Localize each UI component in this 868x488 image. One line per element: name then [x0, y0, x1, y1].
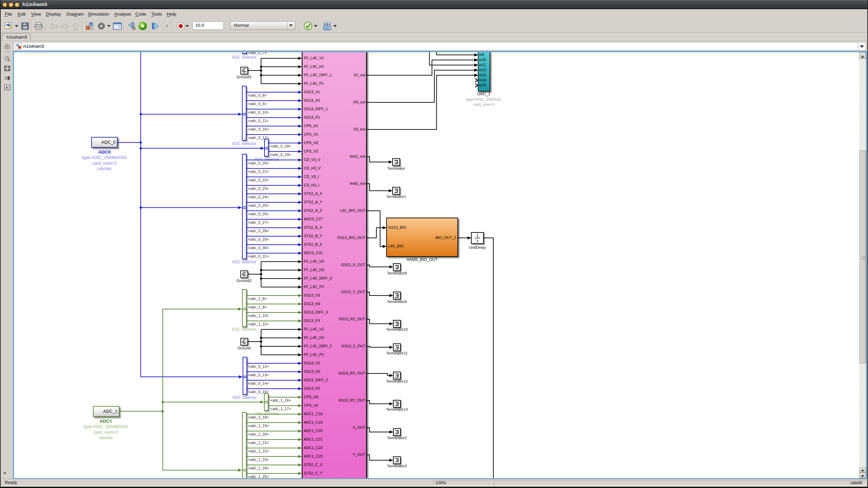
svg-text:CD_H3_V: CD_H3_V: [304, 166, 321, 170]
svg-text:CD_H3_I: CD_H3_I: [304, 183, 319, 187]
svg-text:Terminator3: Terminator3: [387, 464, 407, 468]
svg-text:ADC Selector: ADC Selector: [232, 260, 257, 264]
svg-text:<adc_0_30>: <adc_0_30>: [248, 246, 269, 250]
svg-text:<adc_0_8>: <adc_0_8>: [248, 93, 267, 97]
svg-text:GS13_RZ_OUT: GS13_RZ_OUT: [339, 317, 366, 321]
svg-text:<adc_0_10>: <adc_0_10>: [248, 110, 269, 114]
svg-text:<adc_0_22>: <adc_0_22>: [248, 178, 269, 182]
svg-text:<adc_0_23>: <adc_0_23>: [248, 186, 269, 190]
svg-text:CPS_V2: CPS_V2: [304, 149, 318, 153]
svg-text:In15: In15: [479, 83, 486, 87]
svg-text:<adc_1_24>: <adc_1_24>: [248, 466, 269, 470]
svg-text:ADC1_C18: ADC1_C18: [304, 412, 323, 416]
svg-text:H3_out: H3_out: [353, 100, 365, 104]
svg-text:GS13_DIFF_1: GS13_DIFF_1: [304, 107, 328, 111]
svg-text:card_num=1: card_num=1: [473, 102, 495, 106]
svg-text:FF_L4C_H2: FF_L4C_H2: [304, 336, 324, 340]
svg-text:HAM5_BIO_OUT: HAM5_BIO_OUT: [407, 257, 438, 262]
svg-text:GS13_DIFF_3: GS13_DIFF_3: [304, 310, 328, 314]
svg-text:Terminator8: Terminator8: [387, 271, 407, 275]
svg-text:z: z: [476, 239, 478, 243]
svg-text:ADC Selector: ADC Selector: [232, 141, 257, 146]
svg-text:CPS_V3: CPS_V3: [304, 403, 318, 407]
svg-text:GS13_P2: GS13_P2: [304, 386, 320, 390]
svg-text:ADC0: ADC0: [98, 149, 111, 155]
svg-text:ADC0_C31: ADC0_C31: [304, 251, 323, 255]
svg-text:ADC1_C20: ADC1_C20: [304, 429, 323, 433]
svg-text:card_num=3: card_num=3: [94, 430, 118, 435]
svg-text:ADC_1: ADC_1: [103, 409, 117, 414]
svg-text:FF_L4C_V2: FF_L4C_V2: [304, 327, 324, 331]
svg-text:<adc_1_10>: <adc_1_10>: [248, 313, 269, 318]
svg-text:V3_out: V3_out: [353, 127, 365, 131]
svg-text:BIO_OUT_2: BIO_OUT_2: [435, 236, 456, 240]
svg-text:Ground1: Ground1: [237, 75, 252, 79]
svg-text:ADC_0: ADC_0: [101, 140, 116, 145]
svg-text:<adc_0_24>: <adc_0_24>: [248, 195, 269, 199]
svg-text:<adc_0_25>: <adc_0_25>: [248, 203, 269, 207]
svg-text:GS13_V3: GS13_V3: [304, 293, 320, 297]
svg-text:GS13_RY_OUT: GS13_RY_OUT: [338, 398, 365, 402]
svg-text:Ground: Ground: [238, 346, 251, 350]
svg-text:<adc_0_29>: <adc_0_29>: [248, 237, 269, 241]
svg-text:X_OUT: X_OUT: [353, 425, 365, 429]
svg-text:GS13_P1: GS13_P1: [304, 115, 320, 119]
svg-text:CD_V3_V: CD_V3_V: [304, 158, 321, 162]
svg-text:ADC Selector: ADC Selector: [232, 327, 257, 332]
svg-text:GS13_DIFF_2: GS13_DIFF_2: [304, 378, 328, 382]
svg-text:ADC1: ADC1: [100, 419, 112, 424]
svg-text:FF_L4C_V3: FF_L4C_V3: [304, 259, 324, 263]
svg-text:In11: In11: [479, 63, 486, 67]
svg-text:ADC1_C22: ADC1_C22: [304, 446, 323, 450]
svg-text:1: 1: [476, 233, 479, 238]
svg-text:cdsAdc: cdsAdc: [97, 166, 112, 171]
svg-text:GS13_H1: GS13_H1: [304, 98, 320, 102]
svg-text:<adc_0_31>: <adc_0_31>: [248, 254, 269, 258]
svg-text:CD_V3_I: CD_V3_I: [304, 175, 319, 179]
svg-text:<adc_0_28>: <adc_0_28>: [248, 229, 269, 233]
svg-text:Terminator11: Terminator11: [386, 351, 408, 355]
svg-text:STS2_B_Z: STS2_B_Z: [304, 242, 322, 246]
svg-text:GS13_RX_OUT: GS13_RX_OUT: [338, 371, 365, 375]
svg-text:type-GSC_16AI64SSA: type-GSC_16AI64SSA: [82, 155, 127, 160]
svg-text:type=GSC_16AO16,: type=GSC_16AO16,: [466, 97, 501, 101]
svg-text:ADC1_C21: ADC1_C21: [304, 437, 323, 441]
svg-text:L4C_BIO_OUT: L4C_BIO_OUT: [340, 208, 365, 212]
svg-text:<adc_0_21>: <adc_0_21>: [248, 169, 269, 174]
svg-text:GS13_BIO: GS13_BIO: [388, 225, 407, 229]
svg-text:CPS_H2: CPS_H2: [304, 141, 318, 145]
svg-text:STS2_C_X: STS2_C_X: [304, 463, 323, 467]
svg-text:Terminator2: Terminator2: [387, 436, 407, 440]
svg-text:CPS_V1: CPS_V1: [304, 132, 318, 136]
svg-text:ADC1_C19: ADC1_C19: [304, 420, 323, 424]
svg-text:<adc_0_9>: <adc_0_9>: [248, 102, 267, 106]
svg-text:GS13_V1: GS13_V1: [304, 90, 320, 94]
svg-text:FF_L4C_P1: FF_L4C_P1: [304, 81, 324, 85]
svg-text:Terminator1: Terminator1: [386, 195, 406, 199]
svg-text:STS2_A_Y: STS2_A_Y: [304, 200, 322, 204]
svg-text:Y_OUT: Y_OUT: [353, 452, 365, 456]
svg-text:FF_L4C_V1: FF_L4C_V1: [304, 56, 324, 60]
svg-text:<adc_0_11>: <adc_0_11>: [248, 119, 269, 123]
svg-text:card_num=2: card_num=2: [92, 161, 117, 166]
svg-text:<adc_1_11>: <adc_1_11>: [248, 322, 269, 326]
svg-text:GS13_Z_OUT: GS13_Z_OUT: [341, 344, 366, 348]
svg-text:<adc_1_17>: <adc_1_17>: [270, 407, 291, 411]
svg-text:Ground2: Ground2: [237, 279, 252, 283]
svg-text:FF_L4C_H1: FF_L4C_H1: [304, 64, 324, 68]
svg-text:STS2_C_Y: STS2_C_Y: [304, 471, 323, 475]
svg-text:Terminator13: Terminator13: [386, 407, 408, 411]
svg-text:L4C_BIO: L4C_BIO: [388, 244, 404, 248]
svg-text:ADC1_C23: ADC1_C23: [304, 454, 323, 458]
svg-text:CPS_H3: CPS_H3: [304, 395, 318, 399]
svg-text:Terminator10: Terminator10: [386, 327, 408, 331]
svg-text:<adc_1_21>: <adc_1_21>: [248, 441, 269, 445]
svg-text:GS13_BIO_OUT: GS13_BIO_OUT: [337, 236, 365, 240]
svg-text:<adc_1_18>: <adc_1_18>: [248, 415, 269, 419]
svg-text:Terminator12: Terminator12: [386, 379, 408, 383]
svg-text:<adc_0_7>: <adc_0_7>: [248, 52, 267, 55]
svg-text:<adc_1_19>: <adc_1_19>: [248, 424, 269, 428]
svg-text:<adc_1_25>: <adc_1_25>: [248, 474, 269, 478]
svg-text:GS13_V2: GS13_V2: [304, 361, 320, 365]
svg-text:ADC Selector: ADC Selector: [232, 55, 257, 60]
